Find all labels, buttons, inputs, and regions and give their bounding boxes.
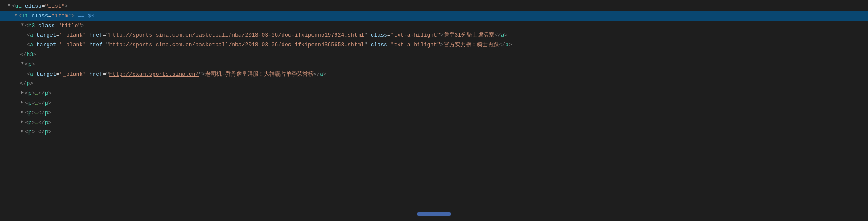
indent [0,79,20,88]
tree-line-a1[interactable]: <a target="_blank" href="http://sports.s… [0,31,868,40]
indent [0,70,26,79]
indent [0,51,20,60]
indent [0,31,26,40]
tree-line-ul[interactable]: <ul class="list" > [0,2,868,11]
toggle-li[interactable] [13,12,18,19]
toggle-p5[interactable] [20,119,25,125]
toggle-h3[interactable] [20,22,25,28]
link-url-2[interactable]: http://sports.sina.com.cn/basketball/nba… [109,41,364,50]
tree-line-h3-close[interactable]: </h3> [0,50,868,60]
indent [0,89,20,98]
tree-line-p4[interactable]: <p>…</p> [0,108,868,118]
indent [0,41,26,50]
tree-line-li[interactable]: <li class="item" > == $0 [0,11,868,21]
scrollbar-thumb[interactable] [417,212,451,216]
tree-line-p6[interactable]: <p>…</p> [0,128,868,137]
tree-line-p2[interactable]: <p>…</p> [0,89,868,99]
status-bar [861,219,868,221]
link-text-1: 詹皇31分骑士虐活塞 [444,31,495,40]
indent [0,12,13,21]
link-text-2: 官方实力榜：骑士再跌 [444,41,499,50]
indent [0,128,20,137]
tree-line-a3[interactable]: <a target="_blank" href="http://exam.spo… [0,70,868,79]
toggle-ul[interactable] [7,2,12,9]
selected-marker: == $0 [75,12,95,21]
devtools-panel: <ul class="list" > <li class="item" > ==… [0,0,868,139]
indent [0,119,20,128]
indent [0,99,20,108]
tree-line-h3[interactable]: <h3 class="title" > [0,21,868,31]
toggle-p2[interactable] [20,89,25,96]
tree-line-p5[interactable]: <p>…</p> [0,118,868,128]
toggle-p6[interactable] [20,128,25,135]
toggle-p4[interactable] [20,109,25,116]
tree-line-a2[interactable]: <a target="_blank" href="http://sports.s… [0,40,868,50]
toggle-p3[interactable] [20,99,25,106]
link-text-3: 老司机-乔丹詹皇拜服！大神霸占单季荣誉榜 [205,70,314,79]
indent [0,109,20,118]
indent [0,22,20,31]
link-url-3[interactable]: http://exam.sports.sina.cn/ [109,70,199,79]
indent [0,2,7,11]
toggle-p[interactable] [20,60,25,67]
link-url-1[interactable]: http://sports.sina.com.cn/basketball/nba… [109,31,364,40]
tree-line-p3[interactable]: <p>…</p> [0,99,868,108]
tree-line-p-close[interactable]: </p> [0,79,868,89]
indent [0,60,20,69]
tree-line-p[interactable]: <p> [0,60,868,70]
